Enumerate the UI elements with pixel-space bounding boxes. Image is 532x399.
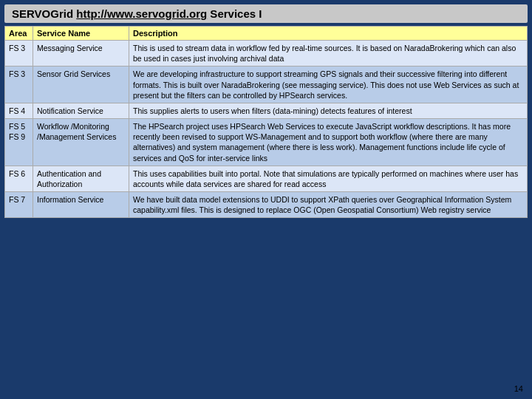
title-suffix: Services I [207, 7, 262, 20]
page-wrapper: SERVOGrid http://www.servogrid.org Servi… [0, 0, 532, 399]
page-number: 14 [514, 384, 523, 393]
cell-area: FS 3 [5, 66, 33, 103]
cell-desc: The HPSearch project uses HPSearch Web S… [129, 119, 528, 166]
cell-desc: This is used to stream data in workflow … [129, 41, 528, 66]
cell-desc: This uses capabilities built into portal… [129, 166, 528, 191]
header-name: Service Name [33, 27, 129, 41]
cell-name: Messaging Service [33, 41, 129, 66]
title-link[interactable]: http://www.servogrid.org [76, 7, 207, 20]
cell-desc: This supplies alerts to users when filte… [129, 103, 528, 118]
title-bar: SERVOGrid http://www.servogrid.org Servi… [4, 4, 528, 23]
cell-area: FS 7 [5, 192, 33, 218]
header-desc: Description [129, 27, 528, 41]
header-area: Area [5, 27, 33, 41]
cell-area: FS 4 [5, 103, 33, 118]
services-table: Area Service Name Description FS 3Messag… [4, 26, 528, 218]
cell-area: FS 5 FS 9 [5, 119, 33, 166]
cell-area: FS 6 [5, 166, 33, 191]
cell-area: FS 3 [5, 41, 33, 66]
cell-name: Information Service [33, 192, 129, 218]
table-row: FS 5 FS 9Workflow /Monitoring /Managemen… [5, 119, 528, 166]
table-row: FS 4Notification ServiceThis supplies al… [5, 103, 528, 118]
table-row: FS 6Authentication and AuthorizationThis… [5, 166, 528, 191]
table-row: FS 3Sensor Grid ServicesWe are developin… [5, 66, 528, 103]
table-row: FS 3Messaging ServiceThis is used to str… [5, 41, 528, 66]
cell-name: Notification Service [33, 103, 129, 118]
cell-name: Authentication and Authorization [33, 166, 129, 191]
cell-desc: We are developing infrastructure to supp… [129, 66, 528, 103]
cell-name: Workflow /Monitoring /Management Service… [33, 119, 129, 166]
title-prefix: SERVOGrid [12, 7, 76, 20]
cell-name: Sensor Grid Services [33, 66, 129, 103]
cell-desc: We have built data model extensions to U… [129, 192, 528, 218]
table-row: FS 7Information ServiceWe have built dat… [5, 192, 528, 218]
